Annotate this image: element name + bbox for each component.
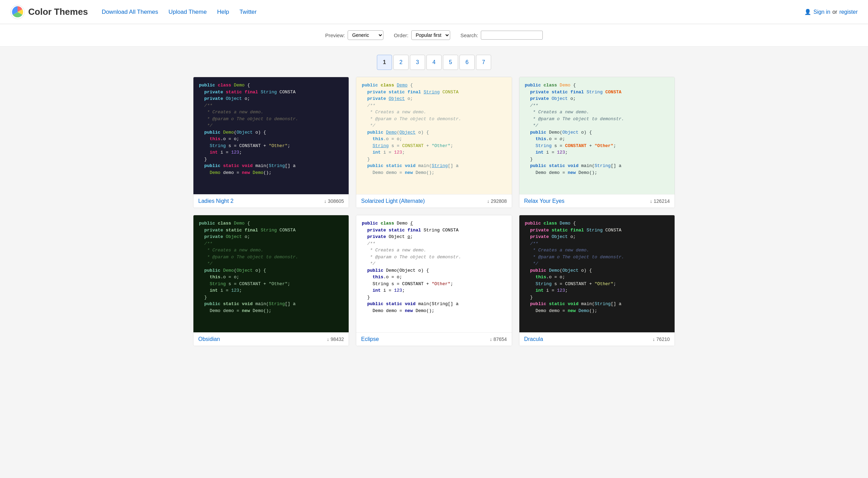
download-count: 98432 — [330, 336, 344, 342]
site-header: Color Themes Download All Themes Upload … — [0, 0, 868, 24]
preview-label: Preview: — [325, 32, 345, 38]
sign-in-link[interactable]: Sign in — [813, 9, 830, 15]
auth-or: or — [832, 9, 837, 15]
logo-link[interactable]: Color Themes — [10, 5, 88, 19]
download-count: 292808 — [491, 198, 507, 204]
theme-footer: Ladies Night 2 ↓ 308605 — [193, 194, 349, 208]
nav-help[interactable]: Help — [217, 9, 229, 15]
search-control: Search: — [461, 31, 543, 40]
search-label: Search: — [461, 32, 478, 38]
theme-card-solarized-light[interactable]: public class Demo { private static final… — [356, 77, 512, 208]
theme-footer: Solarized Light (Alternate) ↓ 292808 — [356, 194, 511, 208]
theme-name[interactable]: Dracula — [524, 336, 543, 342]
theme-preview: public class Demo { private static final… — [356, 215, 511, 332]
theme-card-eclipse[interactable]: public class Demo { private static final… — [356, 215, 512, 346]
logo-title: Color Themes — [28, 7, 88, 17]
theme-preview: public class Demo { private static final… — [193, 215, 349, 332]
download-icon: ↓ — [487, 198, 489, 204]
theme-name[interactable]: Eclipse — [361, 336, 379, 342]
theme-preview: public class Demo { private static final… — [519, 215, 675, 332]
order-label: Order: — [394, 32, 409, 38]
theme-downloads: ↓ 87654 — [490, 336, 507, 342]
theme-downloads: ↓ 76210 — [653, 336, 670, 342]
page-btn-4[interactable]: 4 — [426, 55, 442, 70]
download-icon: ↓ — [324, 198, 327, 204]
page-btn-3[interactable]: 3 — [410, 55, 425, 70]
theme-footer: Obsidian ↓ 98432 — [193, 332, 349, 346]
theme-downloads: ↓ 98432 — [327, 336, 344, 342]
pagination: 1 2 3 4 5 6 7 — [0, 46, 868, 77]
theme-downloads: ↓ 308605 — [324, 198, 344, 204]
user-icon: 👤 — [804, 9, 811, 15]
auth-area: 👤 Sign in or register — [804, 9, 858, 15]
search-input[interactable] — [481, 31, 543, 40]
download-icon: ↓ — [653, 336, 655, 342]
page-btn-6[interactable]: 6 — [459, 55, 475, 70]
main-nav: Download All Themes Upload Theme Help Tw… — [102, 9, 804, 15]
page-btn-1[interactable]: 1 — [377, 55, 392, 70]
nav-upload[interactable]: Upload Theme — [168, 9, 207, 15]
theme-downloads: ↓ 292808 — [487, 198, 507, 204]
controls-bar: Preview: Generic Java JavaScript Python … — [0, 24, 868, 46]
nav-twitter[interactable]: Twitter — [240, 9, 257, 15]
page-btn-7[interactable]: 7 — [476, 55, 491, 70]
theme-footer: Eclipse ↓ 87654 — [356, 332, 511, 346]
theme-downloads: ↓ 126214 — [650, 198, 670, 204]
theme-card-relax-your-eyes[interactable]: public class Demo { private static final… — [519, 77, 675, 208]
download-count: 126214 — [654, 198, 670, 204]
theme-name[interactable]: Solarized Light (Alternate) — [361, 198, 425, 204]
nav-download[interactable]: Download All Themes — [102, 9, 158, 15]
theme-name[interactable]: Relax Your Eyes — [524, 198, 564, 204]
download-count: 76210 — [656, 336, 670, 342]
logo-icon — [10, 5, 25, 19]
theme-preview: public class Demo { private static final… — [519, 77, 675, 194]
download-icon: ↓ — [327, 336, 329, 342]
page-btn-2[interactable]: 2 — [393, 55, 409, 70]
theme-preview: public class Demo { private static final… — [356, 77, 511, 194]
page-btn-5[interactable]: 5 — [443, 55, 458, 70]
download-icon: ↓ — [490, 336, 492, 342]
preview-control: Preview: Generic Java JavaScript Python … — [325, 30, 384, 40]
theme-card-obsidian[interactable]: public class Demo { private static final… — [193, 215, 349, 346]
theme-footer: Relax Your Eyes ↓ 126214 — [519, 194, 675, 208]
download-icon: ↓ — [650, 198, 652, 204]
theme-name[interactable]: Ladies Night 2 — [198, 198, 233, 204]
themes-grid: public class Demo { private static final… — [183, 77, 685, 360]
register-link[interactable]: register — [839, 9, 858, 15]
download-count: 308605 — [328, 198, 344, 204]
order-select[interactable]: Popular first Newest first Name A-Z — [411, 30, 450, 40]
theme-card-dracula[interactable]: public class Demo { private static final… — [519, 215, 675, 346]
download-count: 87654 — [494, 336, 507, 342]
theme-name[interactable]: Obsidian — [198, 336, 220, 342]
theme-preview: public class Demo { private static final… — [193, 77, 349, 194]
order-control: Order: Popular first Newest first Name A… — [394, 30, 450, 40]
theme-footer: Dracula ↓ 76210 — [519, 332, 675, 346]
theme-card-ladies-night-2[interactable]: public class Demo { private static final… — [193, 77, 349, 208]
preview-select[interactable]: Generic Java JavaScript Python Ruby — [348, 30, 383, 40]
